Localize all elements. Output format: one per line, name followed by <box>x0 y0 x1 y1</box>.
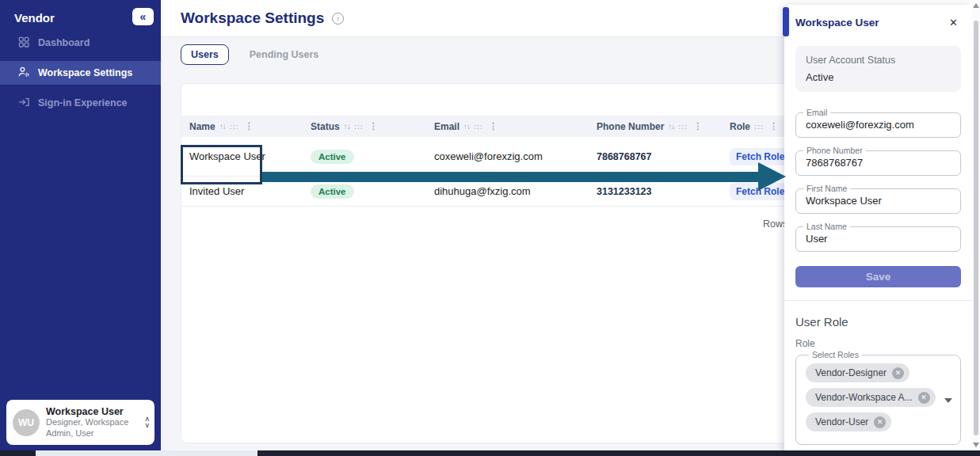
sidebar-item-label: Workspace Settings <box>38 67 132 78</box>
column-menu-icon[interactable]: ⋮ <box>693 121 702 131</box>
column-menu-icon[interactable]: ⋮ <box>369 121 378 131</box>
role-chip-label: Vendor-Designer <box>815 367 887 378</box>
column-menu-icon[interactable]: ⋮ <box>769 121 778 131</box>
role-label: Role <box>795 338 961 349</box>
user-detail-drawer: Workspace User ✕ User Account Status Act… <box>784 5 972 456</box>
tab-users[interactable]: Users <box>181 44 229 65</box>
account-status-value: Active <box>806 71 951 83</box>
close-icon[interactable]: ✕ <box>946 15 961 30</box>
user-gear-icon <box>17 66 30 81</box>
drag-handle-icon[interactable]: ::: <box>354 123 364 131</box>
column-label: Phone Number <box>597 121 664 132</box>
column-header-name[interactable]: Name ↑↓ ::: ⋮ <box>181 121 303 132</box>
tab-pending-users[interactable]: Pending Users <box>246 45 322 64</box>
cell-email: dihuhuga@fxzig.com <box>426 185 589 197</box>
horizontal-scrollbar[interactable] <box>0 450 980 456</box>
status-badge: Active <box>311 150 354 164</box>
column-label: Email <box>434 121 459 132</box>
column-label: Name <box>189 121 215 132</box>
first-name-field[interactable]: First Name Workspace User <box>795 188 961 214</box>
scroll-up-arrow-icon[interactable] <box>973 3 979 8</box>
status-badge: Active <box>311 184 354 199</box>
sort-icon[interactable]: ↑↓ <box>344 122 350 131</box>
table-row-workspace-user[interactable]: Workspace User Active coxeweli@forexzig.… <box>181 137 801 177</box>
horizontal-scrollbar-thumb[interactable] <box>257 450 980 456</box>
user-roles-subtitle: Designer, Workspace Admin, User <box>46 417 138 439</box>
chip-remove-icon[interactable]: ✕ <box>918 392 930 404</box>
chip-remove-icon[interactable]: ✕ <box>892 367 904 379</box>
user-role-heading: User Role <box>795 315 961 329</box>
column-header-phone[interactable]: Phone Number ↑↓ ::: ⋮ <box>589 121 722 132</box>
first-name-field-label: First Name <box>803 184 850 193</box>
last-name-field-label: Last Name <box>803 222 850 231</box>
sort-icon[interactable]: ↑↓ <box>463 122 470 131</box>
drag-handle-icon[interactable]: ::: <box>474 123 483 131</box>
column-header-status[interactable]: Status ↑↓ ::: ⋮ <box>303 121 426 132</box>
vertical-scrollbar-thumb[interactable] <box>974 21 978 435</box>
table-row-invited-user[interactable]: Invited User Active dihuhuga@fxzig.com 3… <box>181 177 801 207</box>
users-table-card: Name ↑↓ ::: ⋮ Status ↑↓ ::: ⋮ Email ↑↓ :… <box>181 83 802 443</box>
info-icon[interactable]: i <box>332 13 344 25</box>
sort-icon[interactable]: ↑↓ <box>668 122 674 131</box>
email-field-label: Email <box>803 108 830 117</box>
user-card-expander[interactable]: ∧ ∨ <box>144 416 150 429</box>
avatar: WU <box>13 409 40 436</box>
collapse-chevrons-icon: « <box>140 10 147 23</box>
sidebar-brand-title: Vendor <box>14 11 55 25</box>
horizontal-scrollbar-left-segment[interactable] <box>0 450 36 456</box>
sign-in-arrow-icon <box>17 96 30 111</box>
account-status-card: User Account Status Active <box>795 46 961 92</box>
role-chip-vendor-user: Vendor-User ✕ <box>806 412 891 431</box>
app-window: Vendor « Dashboard <box>0 0 980 456</box>
column-header-email[interactable]: Email ↑↓ ::: ⋮ <box>426 121 589 132</box>
column-label: Role <box>730 121 750 132</box>
role-chip-vendor-designer: Vendor-Designer ✕ <box>806 363 909 382</box>
drag-handle-icon[interactable]: ::: <box>678 123 688 131</box>
dropdown-caret-icon[interactable] <box>944 398 952 403</box>
cell-email: coxeweli@forexzig.com <box>426 150 589 162</box>
column-menu-icon[interactable]: ⋮ <box>489 121 498 131</box>
sidebar-nav: Dashboard Workspace Settings <box>0 32 161 121</box>
vertical-scrollbar[interactable] <box>972 0 980 450</box>
cell-status: Active <box>303 184 426 199</box>
last-name-field[interactable]: Last Name User <box>795 226 961 252</box>
sidebar-collapse-button[interactable]: « <box>132 8 154 25</box>
sidebar: Vendor « Dashboard <box>0 0 161 450</box>
chip-remove-icon[interactable]: ✕ <box>874 416 886 428</box>
drag-handle-icon[interactable]: ::: <box>754 123 764 131</box>
sidebar-item-signin-experience[interactable]: Sign-in Experience <box>0 92 161 114</box>
sidebar-user-card[interactable]: WU Workspace User Designer, Workspace Ad… <box>6 400 154 445</box>
column-menu-icon[interactable]: ⋮ <box>245 121 254 131</box>
save-button[interactable]: Save <box>795 266 961 287</box>
chevron-down-icon: ∨ <box>144 422 150 429</box>
column-label: Status <box>311 121 340 132</box>
cell-phone: 3131233123 <box>589 186 722 197</box>
page-title: Workspace Settings <box>181 10 324 27</box>
cell-name: Workspace User <box>181 150 303 162</box>
drag-handle-icon[interactable]: ::: <box>230 123 239 131</box>
tab-bar: Users Pending Users <box>181 44 322 65</box>
scroll-down-arrow-icon[interactable] <box>973 443 979 447</box>
drawer-title: Workspace User <box>795 17 879 28</box>
user-name: Workspace User <box>46 406 138 417</box>
table-header-row: Name ↑↓ ::: ⋮ Status ↑↓ ::: ⋮ Email ↑↓ :… <box>181 116 801 137</box>
email-field[interactable]: Email coxeweli@forexzig.com <box>795 112 961 138</box>
cell-name: Invited User <box>181 185 303 197</box>
cell-phone: 7868768767 <box>589 151 722 162</box>
fetch-role-button[interactable]: Fetch Role <box>730 148 791 165</box>
sort-icon[interactable]: ↑↓ <box>219 122 226 131</box>
sidebar-item-dashboard[interactable]: Dashboard <box>0 32 161 54</box>
phone-field[interactable]: Phone Number 7868768767 <box>795 150 961 176</box>
select-roles-multiselect[interactable]: Select Roles Vendor-Designer ✕ Vendor-Wo… <box>795 355 961 445</box>
select-roles-label: Select Roles <box>809 350 862 359</box>
cell-status: Active <box>303 150 426 164</box>
fetch-role-button[interactable]: Fetch Role <box>730 183 791 200</box>
role-chip-label: Vendor-User <box>815 416 868 428</box>
role-chip-label: Vendor-Workspace A... <box>815 392 913 403</box>
panel-divider <box>784 300 972 301</box>
sidebar-item-workspace-settings[interactable]: Workspace Settings <box>0 61 161 85</box>
account-status-label: User Account Status <box>806 55 951 66</box>
role-chip-vendor-workspace-admin: Vendor-Workspace A... ✕ <box>806 388 936 407</box>
drawer-accent-bar <box>783 7 789 36</box>
sidebar-item-label: Dashboard <box>38 37 90 48</box>
